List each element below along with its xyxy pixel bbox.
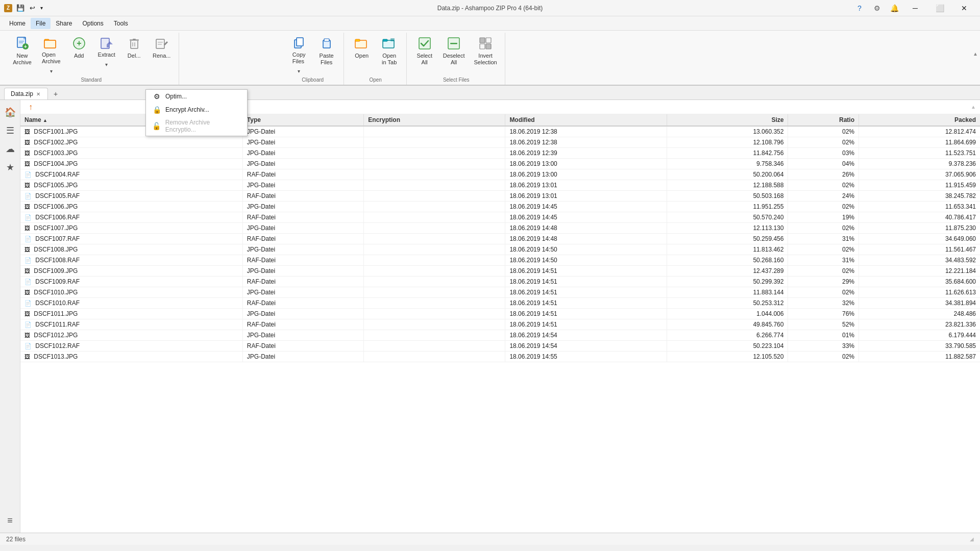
close-button[interactable]: ✕ <box>952 0 976 16</box>
minimize-button[interactable]: ─ <box>903 0 927 16</box>
sidebar-icon-home[interactable]: 🏠 <box>2 104 18 120</box>
new-tab-button[interactable]: + <box>50 88 61 99</box>
svg-rect-26 <box>324 39 329 41</box>
table-row[interactable]: 🖼 DSCF1003.JPG JPG-Datei 18.06.2019 12:3… <box>20 148 980 159</box>
table-row[interactable]: 🖼 DSCF1007.JPG JPG-Datei 18.06.2019 14:4… <box>20 223 980 234</box>
cell-type: JPG-Datei <box>242 159 363 169</box>
extract-dropdown-btn[interactable]: ▾ <box>102 61 111 69</box>
open-button[interactable]: Open <box>349 33 375 62</box>
table-row[interactable]: 📄 DSCF1012.RAF RAF-Datei 18.06.2019 14:5… <box>20 341 980 352</box>
rename-button[interactable]: Rena... <box>149 33 175 62</box>
select-all-button[interactable]: SelectAll <box>412 33 437 68</box>
notification-icon[interactable]: 🔔 <box>886 0 902 16</box>
table-row[interactable]: 📄 DSCF1009.RAF RAF-Datei 18.06.2019 14:5… <box>20 277 980 287</box>
col-packed[interactable]: Packed <box>859 114 980 126</box>
optimize-item[interactable]: ⚙ Optim... <box>146 90 247 103</box>
paste-files-button[interactable]: PasteFiles <box>314 33 339 68</box>
cell-packed: 11.864.699 <box>859 137 980 148</box>
extract-button[interactable]: Extract <box>94 33 119 60</box>
invert-selection-button[interactable]: InvertSelection <box>470 33 500 68</box>
back-button[interactable]: ↑ <box>24 101 37 113</box>
table-row[interactable]: 🖼 DSCF1012.JPG JPG-Datei 18.06.2019 14:5… <box>20 330 980 341</box>
deselect-all-button[interactable]: DeselectAll <box>439 33 469 68</box>
menu-item-share[interactable]: Share <box>51 18 77 29</box>
cell-size: 11.813.462 <box>667 244 788 255</box>
file-icon: 📄 <box>24 343 32 349</box>
undo-icon[interactable]: ↩ <box>28 3 37 13</box>
svg-rect-2 <box>19 41 24 42</box>
deselect-all-label: DeselectAll <box>443 53 465 66</box>
ribbon-scroll-right[interactable]: ▲ <box>971 31 980 77</box>
settings-icon[interactable]: ⚙ <box>869 0 885 16</box>
col-ratio[interactable]: Ratio <box>788 114 859 126</box>
menu-item-tools[interactable]: Tools <box>109 18 133 29</box>
copy-files-button[interactable]: CopyFiles <box>286 33 312 66</box>
sidebar-icon-hamburger[interactable]: ☰ <box>2 122 18 139</box>
table-row[interactable]: 🖼 DSCF1005.JPG JPG-Datei 18.06.2019 13:0… <box>20 180 980 191</box>
sidebar-icon-star[interactable]: ★ <box>2 159 18 176</box>
resize-handle[interactable]: ◢ <box>970 536 974 542</box>
invert-selection-label: InvertSelection <box>474 53 497 66</box>
cell-encryption <box>364 148 505 159</box>
file-name: DSCF1010.RAF <box>35 299 80 307</box>
file-icon: 📄 <box>24 321 32 328</box>
open-archive-button[interactable]: OpenArchive <box>38 33 64 66</box>
copy-files-dropdown-btn[interactable]: ▾ <box>294 67 304 76</box>
cell-name: 📄 DSCF1005.RAF <box>20 191 242 202</box>
cell-modified: 18.06.2019 14:51 <box>505 298 667 309</box>
encrypt-archive-item[interactable]: 🔒 Encrypt Archiv... <box>146 103 247 116</box>
add-label: Add <box>74 53 84 59</box>
cell-modified: 18.06.2019 14:50 <box>505 255 667 266</box>
quick-access-dropdown[interactable]: ▾ <box>38 4 45 12</box>
tab-close-icon[interactable]: ✕ <box>35 91 41 97</box>
table-row[interactable]: 🖼 DSCF1013.JPG JPG-Datei 18.06.2019 14:5… <box>20 352 980 362</box>
save-icon[interactable]: 💾 <box>14 3 27 13</box>
open-in-tab-button[interactable]: Openin Tab <box>377 33 402 68</box>
extract-icon <box>99 35 115 52</box>
table-row[interactable]: 🖼 DSCF1006.JPG JPG-Datei 18.06.2019 14:4… <box>20 202 980 212</box>
remove-encryption-item[interactable]: 🔓 Remove Archive Encryptio... <box>146 116 247 136</box>
sidebar-icon-layers[interactable]: ≡ <box>2 512 18 529</box>
table-row[interactable]: 📄 DSCF1008.RAF RAF-Datei 18.06.2019 14:5… <box>20 255 980 266</box>
rename-icon <box>154 35 170 52</box>
help-icon[interactable]: ? <box>851 0 868 16</box>
menu-item-home[interactable]: Home <box>4 18 31 29</box>
col-type[interactable]: Type <box>242 114 363 126</box>
cell-modified: 18.06.2019 14:48 <box>505 234 667 244</box>
new-archive-button[interactable]: + NewArchive <box>8 33 36 68</box>
table-row[interactable]: 📄 DSCF1011.RAF RAF-Datei 18.06.2019 14:5… <box>20 319 980 330</box>
sidebar-icon-cloud[interactable]: ☁ <box>2 141 18 157</box>
col-modified[interactable]: Modified <box>505 114 667 126</box>
file-table-container[interactable]: Name ▲ Type Encryption Modified Size Rat… <box>20 114 980 533</box>
col-size[interactable]: Size <box>667 114 788 126</box>
cell-modified: 18.06.2019 12:38 <box>505 126 667 137</box>
cell-encryption <box>364 169 505 180</box>
svg-rect-24 <box>297 38 303 46</box>
table-row[interactable]: 📄 DSCF1006.RAF RAF-Datei 18.06.2019 14:4… <box>20 212 980 223</box>
table-row[interactable]: 🖼 DSCF1008.JPG JPG-Datei 18.06.2019 14:5… <box>20 244 980 255</box>
menu-item-options[interactable]: Options <box>77 18 108 29</box>
table-row[interactable]: 🖼 DSCF1002.JPG JPG-Datei 18.06.2019 12:3… <box>20 137 980 148</box>
file-icon: 📄 <box>24 279 32 285</box>
cell-packed: 11.523.751 <box>859 148 980 159</box>
cell-type: JPG-Datei <box>242 352 363 362</box>
file-icon: 🖼 <box>24 332 30 338</box>
table-row[interactable]: 📄 DSCF1004.RAF RAF-Datei 18.06.2019 13:0… <box>20 169 980 180</box>
table-row[interactable]: 📄 DSCF1010.RAF RAF-Datei 18.06.2019 14:5… <box>20 298 980 309</box>
tab-data-zip[interactable]: Data.zip ✕ <box>4 88 48 99</box>
col-encryption[interactable]: Encryption <box>364 114 505 126</box>
menu-item-file[interactable]: File <box>31 18 51 29</box>
maximize-button[interactable]: ⬜ <box>928 0 951 16</box>
add-button[interactable]: + Add <box>66 33 92 62</box>
cell-size: 13.060.352 <box>667 126 788 137</box>
table-row[interactable]: 🖼 DSCF1009.JPG JPG-Datei 18.06.2019 14:5… <box>20 266 980 277</box>
cell-encryption <box>364 159 505 169</box>
table-row[interactable]: 🖼 DSCF1004.JPG JPG-Datei 18.06.2019 13:0… <box>20 159 980 169</box>
open-archive-dropdown-btn[interactable]: ▾ <box>46 67 56 76</box>
delete-button[interactable]: Del... <box>121 33 147 62</box>
table-row[interactable]: 🖼 DSCF1010.JPG JPG-Datei 18.06.2019 14:5… <box>20 287 980 298</box>
table-row[interactable]: 📄 DSCF1005.RAF RAF-Datei 18.06.2019 13:0… <box>20 191 980 202</box>
table-row[interactable]: 📄 DSCF1007.RAF RAF-Datei 18.06.2019 14:4… <box>20 234 980 244</box>
table-row[interactable]: 🖼 DSCF1011.JPG JPG-Datei 18.06.2019 14:5… <box>20 309 980 319</box>
cell-type: JPG-Datei <box>242 202 363 212</box>
